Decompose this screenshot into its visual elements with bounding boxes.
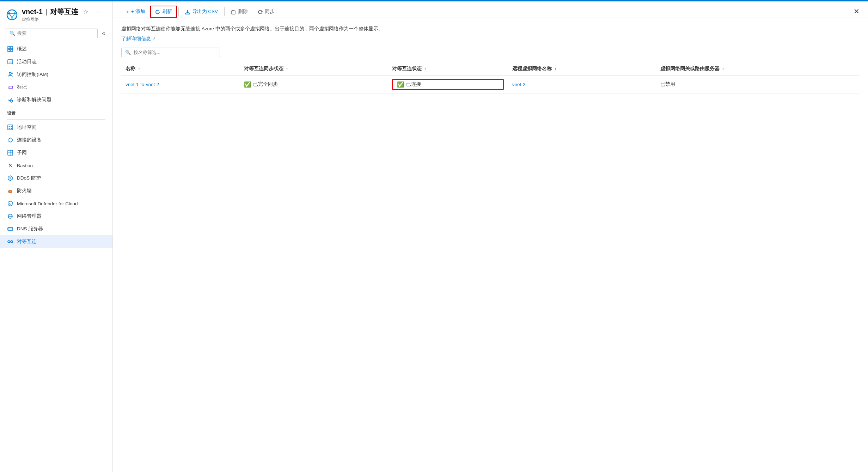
cell-name: vnet-1-to-vnet-2 xyxy=(121,75,240,94)
sidebar-item-network-manager[interactable]: 网络管理器 xyxy=(0,210,112,223)
svg-point-35 xyxy=(8,241,10,243)
sort-icon-gateway: ↕ xyxy=(722,67,724,71)
svg-point-29 xyxy=(11,216,12,217)
svg-rect-39 xyxy=(185,13,190,14)
sidebar-item-label: 诊断和解决问题 xyxy=(17,97,51,103)
add-button[interactable]: + + 添加 xyxy=(121,6,150,18)
cell-sync-status: ✅ 已完全同步 xyxy=(240,75,388,94)
svg-point-19 xyxy=(11,126,12,127)
sidebar-item-label: DNS 服务器 xyxy=(17,226,43,232)
refresh-icon xyxy=(155,9,160,14)
remote-vnet-link[interactable]: vnet-2 xyxy=(512,82,526,87)
resource-name: vnet-1 xyxy=(22,8,43,16)
filter-search-icon: 🔍 xyxy=(125,50,131,55)
svg-point-21 xyxy=(11,128,12,129)
sidebar-search-container: 🔍 xyxy=(6,29,98,38)
sidebar-item-label: 网络管理器 xyxy=(17,213,42,219)
title-separator: | xyxy=(45,8,47,16)
description-text: 虚拟网络对等互连使你能够无缝连接 Azure 中的两个或多个虚拟网络。出于连接目… xyxy=(121,25,860,33)
svg-text:M: M xyxy=(9,202,12,206)
refresh-label: 刷新 xyxy=(162,8,172,15)
sidebar-title-group: vnet-1 | 对等互连 ☆ ··· 虚拟网络 xyxy=(22,7,102,23)
connected-devices-icon xyxy=(7,137,13,143)
peering-icon xyxy=(7,238,13,245)
cell-gateway: 已禁用 xyxy=(656,75,860,94)
overview-icon xyxy=(7,46,13,52)
favorite-button[interactable]: ☆ xyxy=(81,8,90,16)
sidebar-item-connected-devices[interactable]: 连接的设备 xyxy=(0,134,112,146)
settings-section-label: 设置 xyxy=(0,106,112,118)
svg-marker-46 xyxy=(261,11,263,13)
svg-rect-7 xyxy=(8,47,10,49)
sidebar-item-label: 标记 xyxy=(17,84,27,90)
collapse-button[interactable]: « xyxy=(100,28,107,38)
activity-log-icon xyxy=(7,59,13,65)
gateway-text: 已禁用 xyxy=(660,81,675,87)
sync-button[interactable]: 同步 xyxy=(253,6,280,18)
peering-name-link[interactable]: vnet-1-to-vnet-2 xyxy=(126,82,159,87)
filter-input[interactable] xyxy=(134,50,216,55)
svg-point-16 xyxy=(11,100,13,102)
tags-icon: 🏷 xyxy=(7,84,13,90)
sidebar-item-diagnose[interactable]: 诊断和解决问题 xyxy=(0,93,112,106)
sidebar-item-iam[interactable]: 访问控制(IAM) xyxy=(0,68,112,81)
diagnose-icon xyxy=(7,97,13,103)
svg-point-18 xyxy=(9,126,10,127)
table-header-row: 名称 ↕ 对等互连同步状态 ↕ 对等互连状态 ↕ 远程虚拟网络名称 xyxy=(121,63,860,75)
sidebar-item-defender[interactable]: M Microsoft Defender for Cloud xyxy=(0,197,112,210)
add-label: + 添加 xyxy=(131,8,145,15)
sort-icon-sync: ↕ xyxy=(286,67,288,71)
sync-label: 同步 xyxy=(265,8,275,15)
cell-remote-vnet: vnet-2 xyxy=(508,75,656,94)
export-label: 导出为 CSV xyxy=(192,8,218,15)
more-button[interactable]: ··· xyxy=(93,8,102,16)
cell-peering-status: ✅ 已连接 xyxy=(388,75,508,94)
search-icon: 🔍 xyxy=(10,31,15,36)
ddos-icon xyxy=(7,175,13,181)
sync-status-icon: ✅ xyxy=(244,81,251,88)
learn-more-label: 了解详细信息 xyxy=(121,36,151,42)
col-peering-status: 对等互连状态 ↕ xyxy=(388,63,508,75)
sidebar-item-dns-servers[interactable]: DNS 服务器 xyxy=(0,223,112,235)
learn-more-link[interactable]: 了解详细信息 ↗ xyxy=(121,36,155,42)
delete-button[interactable]: 删除 xyxy=(226,6,253,18)
bastion-icon: ✕ xyxy=(7,162,13,169)
delete-icon xyxy=(231,9,236,14)
peering-status-highlighted: ✅ 已连接 xyxy=(392,79,504,90)
sidebar-item-label: DDoS 防护 xyxy=(17,175,41,181)
svg-point-36 xyxy=(11,241,13,243)
sidebar-item-peering[interactable]: 对等互连 xyxy=(0,235,112,248)
external-link-icon: ↗ xyxy=(152,36,155,41)
sidebar-item-label: 地址空间 xyxy=(17,124,37,131)
search-input[interactable] xyxy=(17,31,94,36)
content-body: 虚拟网络对等互连使你能够无缝连接 Azure 中的两个或多个虚拟网络。出于连接目… xyxy=(113,18,868,101)
subnets-icon xyxy=(7,150,13,156)
page-title: 对等互连 xyxy=(50,7,78,17)
resource-type: 虚拟网络 xyxy=(22,17,102,23)
sidebar-item-bastion[interactable]: ✕ Bastion xyxy=(0,159,112,172)
sidebar-item-tags[interactable]: 🏷 标记 xyxy=(0,81,112,93)
table-row: vnet-1-to-vnet-2 ✅ 已完全同步 ✅ 已连接 xyxy=(121,75,860,94)
sidebar-item-activity-log[interactable]: 活动日志 xyxy=(0,55,112,68)
sidebar-item-ddos[interactable]: DDoS 防护 xyxy=(0,172,112,184)
sidebar-item-label: Microsoft Defender for Cloud xyxy=(17,201,78,206)
svg-point-34 xyxy=(8,229,9,230)
export-button[interactable]: 导出为 CSV xyxy=(180,6,223,18)
svg-line-5 xyxy=(9,13,12,18)
address-space-icon xyxy=(7,124,13,131)
sidebar-item-label: 活动日志 xyxy=(17,59,37,65)
sidebar-item-address-space[interactable]: 地址空间 xyxy=(0,121,112,134)
close-button[interactable]: ✕ xyxy=(854,7,860,16)
refresh-button[interactable]: 刷新 xyxy=(150,6,177,18)
peering-status-icon: ✅ xyxy=(397,81,404,88)
sidebar-item-subnets[interactable]: 子网 xyxy=(0,146,112,159)
sidebar-item-overview[interactable]: 概述 xyxy=(0,43,112,55)
dns-icon xyxy=(7,226,13,232)
svg-point-14 xyxy=(9,72,11,74)
peering-status-text: 已连接 xyxy=(406,81,421,87)
col-remote-vnet: 远程虚拟网络名称 ↕ xyxy=(508,63,656,75)
sidebar-item-firewall[interactable]: 防火墙 xyxy=(0,184,112,197)
svg-point-33 xyxy=(8,228,9,229)
svg-marker-38 xyxy=(158,10,159,11)
sidebar-item-label: Bastion xyxy=(17,163,33,168)
